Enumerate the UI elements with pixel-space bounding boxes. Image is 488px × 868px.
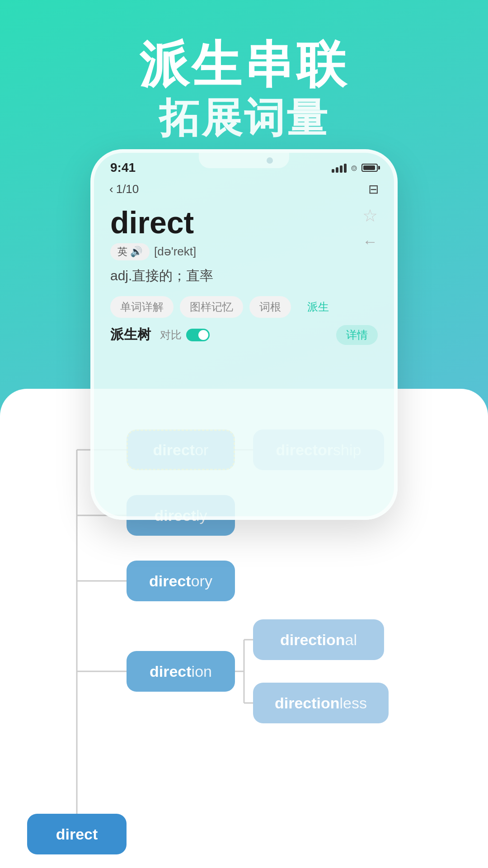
page-counter: 1/10 xyxy=(116,182,139,196)
node-directional[interactable]: directional xyxy=(253,619,384,660)
phone-notch xyxy=(199,153,289,168)
back-arrow-icon[interactable]: ← xyxy=(362,233,378,250)
toggle-knob xyxy=(198,330,208,340)
derivative-label: 派生树 xyxy=(110,326,151,344)
phone-frame: 9:41 ⌾ ‹ 1/10 ⊟ xyxy=(90,149,398,520)
status-time: 9:41 xyxy=(110,160,136,175)
contrast-row: 对比 xyxy=(160,328,210,342)
signal-icon xyxy=(332,163,347,173)
contrast-toggle[interactable] xyxy=(186,329,210,341)
node-direct[interactable]: direct xyxy=(27,814,127,854)
node-direction[interactable]: direction xyxy=(127,651,235,692)
derivative-section: 派生树 对比 详情 xyxy=(94,318,394,345)
speaker-icon: 🔊 xyxy=(130,246,142,258)
tabs-row: 单词详解 图样记忆 词根 派生 xyxy=(94,285,394,318)
tab-derivative[interactable]: 派生 xyxy=(297,296,339,318)
word-meaning: adj.直接的；直率 xyxy=(110,267,378,285)
word-title: direct xyxy=(110,206,378,240)
hero-line1: 派生串联 xyxy=(0,36,488,94)
contrast-label: 对比 xyxy=(160,328,182,342)
star-icon[interactable]: ☆ xyxy=(362,206,378,226)
detail-button[interactable]: 详情 xyxy=(336,325,378,345)
hero-line2: 拓展词量 xyxy=(0,94,488,142)
word-section: direct ☆ ← 英 🔊 [də'rekt] adj.直接的；直率 xyxy=(94,201,394,285)
battery-icon xyxy=(361,164,378,172)
chevron-left-icon: ‹ xyxy=(109,182,113,196)
lang-label: 英 xyxy=(117,245,127,259)
nav-bar: ‹ 1/10 ⊟ xyxy=(94,177,394,201)
tab-root[interactable]: 词根 xyxy=(249,296,291,318)
nav-back-button[interactable]: ‹ 1/10 xyxy=(109,182,139,196)
filter-icon[interactable]: ⊟ xyxy=(368,182,379,197)
node-directory[interactable]: directory xyxy=(127,561,235,601)
word-phonetic: 英 🔊 [də'rekt] xyxy=(110,243,378,260)
wifi-icon: ⌾ xyxy=(351,162,357,174)
tab-word-detail[interactable]: 单词详解 xyxy=(110,296,174,318)
camera-dot xyxy=(267,157,273,164)
node-directionless[interactable]: directionless xyxy=(253,683,389,723)
tab-image-memory[interactable]: 图样记忆 xyxy=(180,296,243,318)
phonetic-text: [də'rekt] xyxy=(154,245,196,259)
status-icons: ⌾ xyxy=(332,162,378,174)
phonetic-badge[interactable]: 英 🔊 xyxy=(110,243,150,260)
